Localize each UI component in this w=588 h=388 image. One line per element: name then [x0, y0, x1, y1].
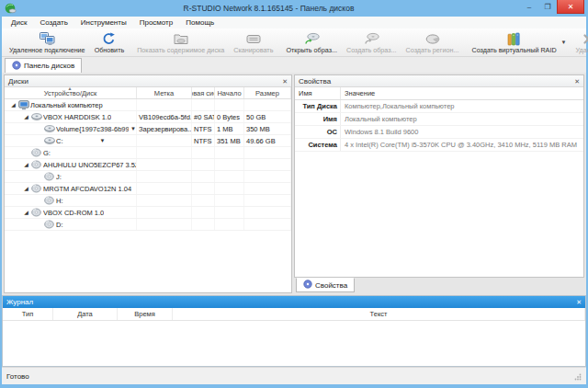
- log-col-header-0[interactable]: Тип: [3, 308, 53, 320]
- maximize-button[interactable]: ❐: [538, 0, 557, 13]
- show-disk-contents-icon: [174, 31, 188, 46]
- title-bar[interactable]: R-STUDIO Network 8.1.165145 - Панель дис…: [0, 0, 588, 17]
- disk-cell-size: [244, 207, 291, 218]
- disk-cell-start: [215, 219, 244, 230]
- property-row[interactable]: Тип ДискаКомпьютер,Локальный компьютер: [295, 100, 583, 113]
- disk-cell-size: [244, 183, 291, 194]
- disk-row[interactable]: J:: [5, 171, 291, 183]
- row-dropdown-caret-icon[interactable]: ▼: [130, 126, 136, 131]
- disk-cell-label: [137, 195, 192, 206]
- dropdown-caret-icon[interactable]: ▼: [561, 40, 567, 45]
- expand-triangle-icon[interactable]: ◢: [9, 102, 17, 108]
- toolbar-button-0[interactable]: Удаленное подключение: [5, 29, 90, 55]
- row-dropdown-caret-icon[interactable]: ▼: [100, 138, 106, 143]
- toolbar-button-4[interactable]: Открыть образ...: [281, 29, 342, 55]
- resize-grip-icon[interactable]: [574, 373, 582, 382]
- open-image-icon: [304, 31, 320, 46]
- create-image-icon: [364, 31, 379, 46]
- disk-row[interactable]: G:: [5, 147, 291, 159]
- disk-cell-start: [215, 171, 244, 182]
- remote-connection-icon: [40, 31, 55, 46]
- disk-cell-label: [137, 219, 192, 230]
- disk-panel-tab-label: Панель дисков: [24, 62, 74, 70]
- toolbar-button-3: Сканировать: [229, 29, 277, 55]
- device-name: Volume{1997c398-6b99-1: [56, 125, 129, 133]
- cdrom-icon: [43, 220, 55, 229]
- device-name-cell: ◢VBOX HARDDISK 1.0: [5, 111, 137, 122]
- toolbar-button-label: Открыть образ...: [286, 46, 337, 54]
- disk-cell-start: [215, 195, 244, 206]
- status-text: Готово: [6, 372, 29, 381]
- toolbar-button-7[interactable]: Создать виртуальный RAID: [467, 29, 560, 55]
- disks-col-header-2[interactable]: овая сис: [192, 87, 215, 98]
- toolbar-button-2: Показать содержимое диска: [132, 29, 229, 55]
- device-name: H:: [56, 197, 63, 205]
- disk-cell-fs: [192, 159, 215, 170]
- expand-triangle-icon[interactable]: ◢: [22, 210, 30, 215]
- property-name: Имя: [295, 113, 341, 125]
- properties-tab-icon: [303, 280, 312, 291]
- minimize-button[interactable]: –: [520, 0, 538, 13]
- menu-item-2[interactable]: Инструменты: [74, 17, 133, 29]
- disk-cell-label: VB109ecd6a-5fd...: [137, 111, 192, 122]
- main-area: Диски ✕ Устройство/Диск▲Меткаовая сисНач…: [2, 73, 586, 295]
- log-col-header-1[interactable]: Дата: [53, 308, 118, 320]
- menu-item-1[interactable]: Создать: [33, 17, 74, 29]
- device-name-cell: G:: [5, 147, 137, 158]
- disks-col-header-4[interactable]: Размер: [244, 87, 291, 98]
- property-row[interactable]: Система4 x Intel(R) Core(TM) i5-3570K CP…: [295, 139, 583, 152]
- disk-cell-label: [137, 135, 192, 146]
- menu-item-3[interactable]: Просмотр: [133, 17, 180, 29]
- create-virtual-raid-icon: [507, 31, 521, 46]
- expand-triangle-icon[interactable]: ◢: [22, 186, 30, 191]
- disk-row[interactable]: ◢VBOX HARDDISK 1.0VB109ecd6a-5fd...#0 SA…: [5, 111, 291, 123]
- device-name-cell: ◢Локальный компьютер: [5, 99, 137, 110]
- expand-triangle-icon[interactable]: ◢: [22, 162, 30, 167]
- log-col-header-2[interactable]: Время: [118, 308, 173, 320]
- disks-col-header-0[interactable]: Устройство/Диск▲: [5, 87, 137, 98]
- disk-row[interactable]: ◢VBOX CD-ROM 1.0: [5, 207, 291, 219]
- log-panel-close-icon[interactable]: ✕: [576, 299, 582, 305]
- disk-row[interactable]: ◢AHUHULU UNO5EZCP67 3.5Z: [5, 159, 291, 171]
- disk-cell-fs: [192, 147, 215, 158]
- properties-col-value[interactable]: Значение: [341, 89, 583, 97]
- log-col-header-3[interactable]: Текст: [173, 308, 585, 320]
- tab-properties[interactable]: Свойства: [296, 278, 355, 292]
- menu-item-4[interactable]: Помощь: [179, 17, 220, 29]
- disk-cell-size: [244, 147, 291, 158]
- log-panel-header: Журнал ✕: [3, 296, 585, 308]
- property-name: Система: [295, 139, 341, 151]
- disk-cell-fs: [192, 219, 215, 230]
- disk-cell-fs: [192, 171, 215, 182]
- disk-cell-size: [244, 219, 291, 230]
- properties-panel-close-icon[interactable]: ✕: [574, 78, 580, 85]
- properties-rows: Тип ДискаКомпьютер,Локальный компьютерИм…: [295, 100, 583, 152]
- app-logo-icon: [5, 2, 17, 15]
- log-body: [3, 321, 585, 366]
- close-button[interactable]: ✕: [557, 0, 584, 14]
- disks-col-header-3[interactable]: Начало: [215, 87, 244, 98]
- disk-cell-size: 50 GB: [244, 111, 291, 122]
- cdrom-icon: [30, 184, 42, 193]
- menu-item-0[interactable]: Диск: [5, 17, 33, 29]
- properties-col-name[interactable]: Имя: [295, 87, 341, 99]
- tab-disk-panel[interactable]: Панель дисков: [5, 58, 82, 73]
- disk-cell-size: [244, 195, 291, 206]
- properties-panel-header: Свойства ✕: [295, 75, 583, 87]
- disk-row[interactable]: D:: [5, 219, 291, 231]
- disk-row[interactable]: ◢MRGTM AFCDAVO12N 1.04: [5, 183, 291, 195]
- cdrom-icon: [30, 160, 42, 169]
- disk-cell-label: [137, 207, 192, 218]
- device-name-cell: H:: [5, 195, 137, 206]
- disk-row[interactable]: Volume{1997c398-6b99-1▼Зарезервирова...N…: [5, 123, 291, 135]
- disk-row[interactable]: H:: [5, 195, 291, 207]
- disks-panel-close-icon[interactable]: ✕: [282, 78, 288, 85]
- toolbar-button-1[interactable]: Обновить: [90, 29, 130, 55]
- disks-col-header-1[interactable]: Метка: [137, 87, 192, 98]
- disk-cell-label: Зарезервирова...: [137, 123, 192, 134]
- expand-triangle-icon[interactable]: ◢: [22, 114, 30, 120]
- disk-row[interactable]: ◢Локальный компьютер: [5, 99, 291, 111]
- disk-row[interactable]: C:▼NTFS351 MB49.66 GB: [5, 135, 291, 147]
- property-row[interactable]: ОСWindows 8.1 Build 9600: [295, 126, 583, 139]
- property-row[interactable]: ИмяЛокальный компьютер: [295, 113, 583, 126]
